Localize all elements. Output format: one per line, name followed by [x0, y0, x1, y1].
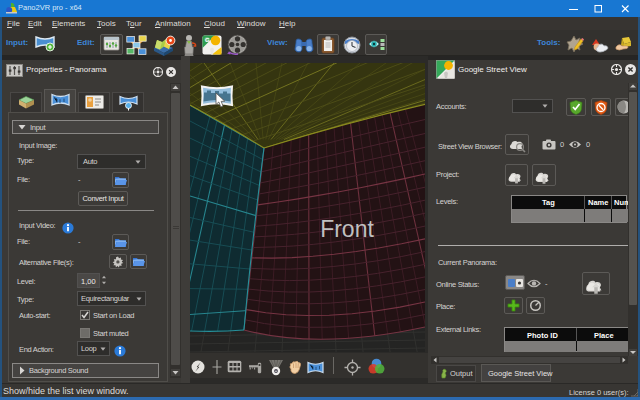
svg-text:Front: Front: [320, 216, 374, 242]
svg-text:G: G: [205, 37, 210, 43]
